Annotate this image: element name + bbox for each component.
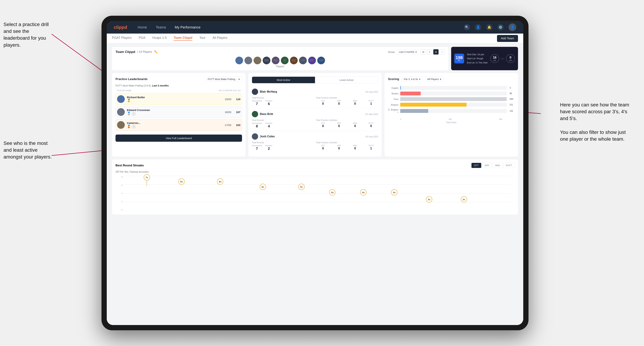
player-avatar-2[interactable]: EC xyxy=(244,57,252,64)
app-logo: clippd xyxy=(114,25,127,30)
total-shots-label: Total Shots xyxy=(388,121,514,124)
nav-home[interactable]: Home xyxy=(138,25,147,29)
shot-card: 198 SC Shot Dist: 16 yds Start Lie: Roug… xyxy=(451,47,518,70)
nav-teams[interactable]: Teams xyxy=(156,25,166,29)
grid-view-btn[interactable]: ⊞ xyxy=(421,49,426,54)
activity-player-name-3: Josh Coles xyxy=(260,135,275,138)
streak-dot-4x-3: 4x xyxy=(391,189,398,195)
activity-player-2: Rees Britt 02 Sep 2023 Total Rounds Tour… xyxy=(252,109,378,131)
lb-player-info-3: Cameron... 🥉 3 xyxy=(127,121,220,129)
streaks-subtitle: Off The Tee, Fairway Accuracy xyxy=(116,170,514,173)
activity-date-1: 26 Aug 2023 xyxy=(366,91,378,93)
lb-table-header: PLAYER NAME PB SCORE PB AVG SQ xyxy=(116,89,242,92)
streak-dot-4x-2: 4x xyxy=(360,189,366,195)
bar-double-bogeys: D. Bogeys + 131 xyxy=(388,108,514,114)
player-avatar-7[interactable]: DK xyxy=(290,57,298,64)
view-full-leaderboard-button[interactable]: View Full Leaderboard xyxy=(116,135,242,142)
chart-axis: 0 200 400 xyxy=(388,117,514,120)
player-avatar-5[interactable]: RB xyxy=(272,57,280,64)
yds-left: 16 yds xyxy=(490,54,499,63)
list-view-btn[interactable]: ≡ xyxy=(427,49,432,54)
bar-birdies: Birdies 96 xyxy=(388,92,514,95)
streaks-chart-container: 8 6 4 2 0 xyxy=(119,176,511,211)
most-active-tab[interactable]: Most Active xyxy=(252,77,315,83)
player-avatar-8[interactable]: TH xyxy=(299,57,307,64)
view-icons: ⊞ ≡ ⊟ ↕ xyxy=(421,49,445,54)
least-active-tab[interactable]: Least Active xyxy=(315,77,378,83)
show-selector: Show: Last 3 months ▾ xyxy=(388,49,418,54)
team-header-card: Team Clippd | 14 Players ✏️ Show: Last 3… xyxy=(112,47,448,70)
team-player-count: | 14 Players xyxy=(138,50,152,53)
sub-nav-team-clippd[interactable]: Team Clippd xyxy=(174,36,192,41)
streaks-title: Best Round Streaks xyxy=(116,164,144,167)
streak-dot-4x-1: 4x xyxy=(329,189,336,195)
activity-date-3: 26 Aug 2023 xyxy=(366,135,378,138)
activity-date-2: 02 Sep 2023 xyxy=(366,113,378,116)
sub-nav-hcaps[interactable]: Hcaps 1-5 xyxy=(152,36,166,41)
activity-card: Most Active Least Active Blair McHarg 26… xyxy=(248,73,382,157)
player-avatar-4[interactable]: BM xyxy=(263,57,270,64)
streaks-filter-btns: OTT APP ARG PUTT xyxy=(472,163,514,168)
lb-row-3[interactable]: Cameron... 🥉 3 17/20 103 xyxy=(116,119,242,131)
nav-my-performance[interactable]: My Performance xyxy=(175,25,200,29)
sub-nav-pgat[interactable]: PGAT Players xyxy=(112,36,132,41)
sub-nav-links: PGAT Players PGA Hcaps 1-5 Team Clippd T… xyxy=(112,36,497,41)
search-icon[interactable]: 🔍 xyxy=(464,24,470,30)
period-selector[interactable]: Last 3 months ▾ xyxy=(397,49,418,54)
avatar[interactable]: 👤 xyxy=(508,23,516,31)
scoring-header: Scoring Par 3, 4 & 5s ▾ All Players ▾ xyxy=(388,77,514,82)
players-filter[interactable]: All Players ▾ xyxy=(425,77,444,82)
add-team-button[interactable]: Add Team xyxy=(497,35,518,42)
sub-nav-all-players[interactable]: All Players xyxy=(212,36,227,41)
annotation-right: Here you can see how the team have score… xyxy=(560,101,634,142)
scoring-bar-chart: Eagles 3 Birdies 96 xyxy=(388,84,514,117)
bar-bogeys: Bogeys 311 xyxy=(388,103,514,107)
streak-dot-6x-1: 6x xyxy=(178,178,184,185)
player-avatar-3[interactable]: CM xyxy=(254,57,261,64)
lb-row-1[interactable]: Richard Butler 🥇 19/20 110 xyxy=(116,93,242,105)
streak-dot-7x: 7x xyxy=(144,174,150,180)
compact-view-btn[interactable]: ↕ xyxy=(440,49,445,54)
drill-selector[interactable]: PUTT Must Make Putting... ▾ xyxy=(206,77,242,82)
people-icon[interactable]: 👤 xyxy=(475,24,481,30)
bell-icon[interactable]: 🔔 xyxy=(486,24,492,30)
streak-dot-5x-1: 5x xyxy=(260,184,266,190)
leaderboard-header: Practice Leaderboards PUTT Must Make Put… xyxy=(116,77,242,82)
player-avatar-9[interactable]: MP xyxy=(308,57,316,64)
sub-nav-pga[interactable]: PGA xyxy=(138,36,145,41)
main-grid: Practice Leaderboards PUTT Must Make Put… xyxy=(112,73,518,157)
drill-subtitle: PUTT Must Make Putting (3-6 ft), Last 3 … xyxy=(116,84,242,87)
lb-score-2: 18/20 xyxy=(222,111,231,114)
edit-team-icon[interactable]: ✏️ xyxy=(154,50,158,54)
annotation-bottom-left: See who is the most and least active amo… xyxy=(4,140,52,161)
app-filter-btn[interactable]: APP xyxy=(482,163,492,168)
player-avatar-10[interactable]: SW xyxy=(317,57,325,64)
activity-player-1: Blair McHarg 26 Aug 2023 Total Rounds To… xyxy=(252,86,378,109)
lb-score-3: 17/20 xyxy=(222,124,231,127)
activity-avatar-1 xyxy=(252,89,258,95)
par-filter[interactable]: Par 3, 4 & 5s ▾ xyxy=(402,77,422,82)
sub-nav: PGAT Players PGA Hcaps 1-5 Team Clippd T… xyxy=(107,33,523,43)
putt-filter-btn[interactable]: PUTT xyxy=(503,163,514,168)
settings-icon[interactable]: ⚙️ xyxy=(497,24,504,30)
activity-tabs: Most Active Least Active xyxy=(252,77,378,83)
streaks-header: Best Round Streaks OTT APP ARG PUTT xyxy=(116,163,514,168)
player-avatar-1[interactable]: RB xyxy=(235,57,243,64)
leaderboard-title: Practice Leaderboards xyxy=(116,77,148,81)
players-label: Players xyxy=(276,65,284,68)
ott-filter-btn[interactable]: OTT xyxy=(472,163,481,168)
main-content: Team Clippd | 14 Players ✏️ Show: Last 3… xyxy=(107,43,523,325)
shot-badge: 198 SC xyxy=(454,54,464,63)
lb-avg-2: 107 xyxy=(234,111,240,114)
streaks-card: Best Round Streaks OTT APP ARG PUTT Off … xyxy=(112,159,518,214)
nav-icons: 🔍 👤 🔔 ⚙️ 👤 xyxy=(464,23,516,31)
team-avatars: RB EC CM BM RB JC DK TH MP SW xyxy=(235,57,325,64)
bar-pars: Pars 499 xyxy=(388,97,514,101)
lb-row-2[interactable]: Edward Crossman 🥈 2 18/20 107 xyxy=(116,106,242,118)
detail-view-btn[interactable]: ⊟ xyxy=(433,49,438,54)
lb-avg-3: 103 xyxy=(234,124,240,127)
arg-filter-btn[interactable]: ARG xyxy=(492,163,502,168)
streak-dot-3x-1: 3x xyxy=(426,196,432,202)
sub-nav-tour[interactable]: Tour xyxy=(199,36,206,41)
player-avatar-6[interactable]: JC xyxy=(281,57,288,64)
